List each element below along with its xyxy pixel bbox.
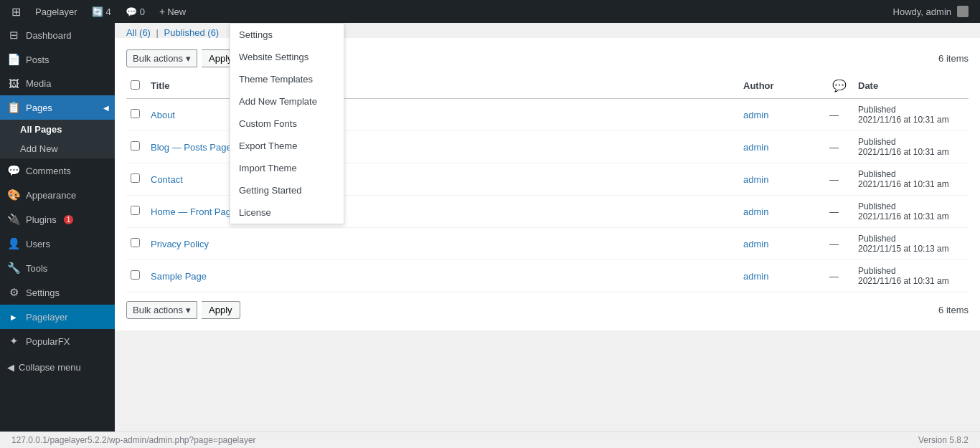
bulk-actions-dropdown[interactable]: Bulk actions ▾ [126,49,197,67]
bulk-actions-dropdown-bottom[interactable]: Bulk actions ▾ [126,301,197,319]
comments-icon: 💬 [126,6,137,17]
row-author-link[interactable]: admin [743,271,768,282]
row-checkbox[interactable] [131,270,140,280]
row-checkbox[interactable] [131,109,140,118]
users-icon: 👤 [7,237,20,250]
row-checkbox[interactable] [131,238,140,247]
dropdown-item-custom-fonts[interactable]: Custom Fonts [230,113,344,135]
status-published-link[interactable]: Published (6) [164,27,220,38]
dropdown-item-website-settings[interactable]: Website Settings [230,46,344,68]
dropdown-item-theme-templates[interactable]: Theme Templates [230,68,344,90]
avatar [957,6,969,17]
row-date-cell: Published 2021/11/16 at 10:31 am [854,163,969,196]
header-date-col[interactable]: Date [854,73,969,99]
sidebar-item-posts[interactable]: 📄 Posts [0,47,115,72]
add-new-label: Add New [20,143,58,154]
row-comment-cell: — [825,131,854,163]
apply-button-bottom[interactable]: Apply [202,301,240,319]
comments-count: 0 [140,6,145,17]
sidebar-label-popularfx: PopularFX [26,336,70,347]
header-checkbox-col [126,73,146,99]
row-comment-cell: — [825,196,854,228]
plugins-icon: 🔌 [7,213,20,226]
row-title-link[interactable]: Sample Page [151,271,207,282]
admin-bar-left: ⊞ Pagelayer 🔄 4 💬 0 + New [6,0,192,23]
sidebar-label-settings: Settings [26,287,60,298]
row-title-link[interactable]: Blog — Posts Page [151,142,232,153]
sidebar-label-tools: Tools [26,263,47,274]
pages-arrow-icon: ◀ [103,104,109,112]
sidebar: ⊟ Dashboard 📄 Posts 🖼 Media 📋 Pages ◀ Al… [0,23,115,432]
sidebar-item-add-new[interactable]: Add New [0,139,115,158]
dropdown-item-license[interactable]: License [230,201,344,224]
row-comment-cell: — [825,228,854,260]
row-author-cell: admin [739,163,825,196]
header-author-col[interactable]: Author [739,73,825,99]
popularfx-icon: ✦ [7,335,20,348]
row-author-link[interactable]: admin [743,206,768,217]
row-date-cell: Published 2021/11/16 at 10:31 am [854,99,969,131]
row-title-link[interactable]: Home — Front Page [151,206,236,217]
row-checkbox[interactable] [131,206,140,215]
sidebar-item-tools[interactable]: 🔧 Tools [0,256,115,280]
row-checkbox[interactable] [131,173,140,183]
row-date: 2021/11/16 at 10:31 am [858,179,964,189]
sidebar-item-pages[interactable]: 📋 Pages ◀ [0,95,115,120]
row-status: Published [858,234,964,244]
row-status: Published [858,137,964,147]
sidebar-item-comments[interactable]: 💬 Comments [0,158,115,183]
admin-bar-comments[interactable]: 💬 0 [120,0,151,23]
admin-bar-site-name[interactable]: Pagelayer [29,0,83,23]
pages-submenu: All Pages Add New [0,120,115,158]
table-row: Sample Page admin — Published 2021/11/16… [126,260,969,292]
site-name-text: Pagelayer [35,6,77,17]
sidebar-item-users[interactable]: 👤 Users [0,232,115,256]
status-all-link[interactable]: All (6) [126,27,151,38]
row-date: 2021/11/16 at 10:31 am [858,211,964,221]
pages-icon: 📋 [7,101,20,114]
dropdown-item-add-new-template[interactable]: Add New Template [230,90,344,113]
sidebar-item-pagelayer[interactable]: ▶ Pagelayer [0,305,115,329]
collapse-menu-button[interactable]: ◀ Collapse menu [0,356,115,378]
dropdown-item-import-theme[interactable]: Import Theme [230,157,344,179]
row-date-cell: Published 2021/11/15 at 10:13 am [854,228,969,260]
row-author-link[interactable]: admin [743,142,768,153]
row-title-link[interactable]: Contact [151,174,183,185]
row-author-cell: admin [739,131,825,163]
row-status: Published [858,201,964,211]
admin-bar-wp-logo[interactable]: ⊞ [6,0,27,23]
url-bar-text: 127.0.0.1/pagelayer5.2.2/wp-admin/admin.… [11,435,256,445]
comment-bubble-icon: 💬 [832,80,847,92]
sidebar-item-settings[interactable]: ⚙ Settings [0,280,115,305]
settings-icon: ⚙ [7,286,20,299]
sidebar-item-popularfx[interactable]: ✦ PopularFX [0,329,115,353]
admin-bar-new[interactable]: + New [154,0,192,23]
admin-bar-right: Howdy, admin [893,6,974,17]
sidebar-item-media[interactable]: 🖼 Media [0,72,115,95]
table-filters-bottom: Bulk actions ▾ Apply 6 items [126,295,969,325]
admin-bar-updates[interactable]: 🔄 4 [86,0,117,23]
row-author-link[interactable]: admin [743,110,768,120]
row-author-link[interactable]: admin [743,174,768,185]
dropdown-item-export-theme[interactable]: Export Theme [230,135,344,157]
row-date: 2021/11/16 at 10:31 am [858,276,964,286]
row-author-cell: admin [739,228,825,260]
sidebar-item-dashboard[interactable]: ⊟ Dashboard [0,23,115,47]
dropdown-item-settings[interactable]: Settings [230,24,344,46]
row-checkbox[interactable] [131,141,140,151]
all-pages-label: All Pages [20,124,62,135]
select-all-checkbox[interactable] [131,80,140,90]
row-title-link[interactable]: About [151,110,175,120]
row-comment-cell: — [825,99,854,131]
sidebar-item-all-pages[interactable]: All Pages [0,120,115,139]
row-author-link[interactable]: admin [743,239,768,249]
plugins-badge: 1 [64,215,74,224]
row-status: Published [858,169,964,179]
dashboard-icon: ⊟ [7,29,20,42]
row-title-link[interactable]: Privacy Policy [151,239,209,249]
updates-count: 4 [106,6,111,17]
sidebar-item-plugins[interactable]: 🔌 Plugins 1 [0,207,115,232]
sidebar-item-appearance[interactable]: 🎨 Appearance [0,183,115,207]
dropdown-item-getting-started[interactable]: Getting Started [230,179,344,201]
row-date: 2021/11/16 at 10:31 am [858,115,964,125]
